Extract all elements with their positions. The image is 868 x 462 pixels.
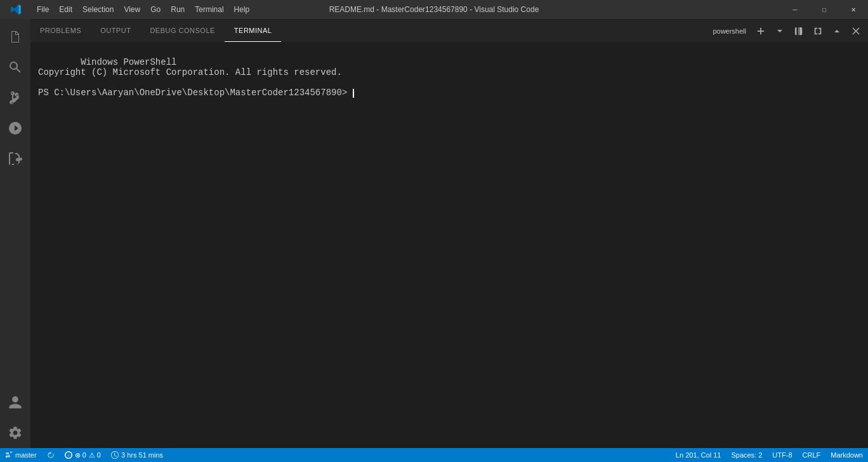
app-body: PROBLEMS OUTPUT DEBUG CONSOLE TERMINAL p…	[0, 19, 868, 448]
maximize-button[interactable]: □	[810, 0, 839, 19]
language-label: Markdown	[831, 451, 863, 459]
status-sync[interactable]	[42, 448, 60, 462]
main-content: PROBLEMS OUTPUT DEBUG CONSOLE TERMINAL p…	[30, 19, 868, 448]
status-left: master ⊗ 0 ⚠ 0 3 hrs 51 mins	[0, 448, 168, 462]
account-icon[interactable]	[0, 387, 30, 418]
terminal-label: powershell	[709, 27, 750, 35]
warning-count: ⚠ 0	[89, 451, 101, 459]
spaces-label: Spaces: 2	[731, 451, 762, 459]
extensions-icon[interactable]	[0, 143, 30, 174]
menu-run[interactable]: Run	[166, 0, 190, 19]
close-button[interactable]: ✕	[839, 0, 868, 19]
panel-header: PROBLEMS OUTPUT DEBUG CONSOLE TERMINAL p…	[30, 19, 868, 42]
menu-edit[interactable]: Edit	[54, 0, 77, 19]
line-ending-label: CRLF	[803, 451, 821, 459]
terminal-line1: Windows PowerShell	[81, 57, 176, 67]
status-time[interactable]: 3 hrs 51 mins	[106, 448, 168, 462]
status-position[interactable]: Ln 201, Col 11	[671, 448, 727, 462]
vscode-icon	[0, 4, 32, 15]
encoding-label: UTF-8	[772, 451, 792, 459]
maximize-panel-button[interactable]	[829, 23, 845, 39]
menu-help[interactable]: Help	[229, 0, 255, 19]
settings-icon[interactable]	[0, 418, 30, 448]
status-encoding[interactable]: UTF-8	[767, 448, 797, 462]
terminal-prompt: PS C:\Users\Aaryan\OneDrive\Desktop\Mast…	[38, 88, 353, 98]
tab-debug-console[interactable]: DEBUG CONSOLE	[140, 20, 224, 42]
menu-file[interactable]: File	[32, 0, 54, 19]
time-display: 3 hrs 51 mins	[121, 451, 163, 459]
status-line-ending[interactable]: CRLF	[798, 448, 826, 462]
title-bar: File Edit Selection View Go Run Terminal…	[0, 0, 868, 19]
activity-bar	[0, 19, 30, 448]
terminal-line2: Copyright (C) Microsoft Corporation. All…	[38, 67, 342, 77]
tab-output[interactable]: OUTPUT	[91, 20, 140, 42]
cursor-position: Ln 201, Col 11	[676, 451, 721, 459]
minimize-button[interactable]: ─	[780, 0, 810, 19]
new-terminal-button[interactable]	[753, 23, 769, 39]
status-errors[interactable]: ⊗ 0 ⚠ 0	[60, 448, 106, 462]
close-panel-button[interactable]	[848, 23, 864, 39]
terminal-dropdown-button[interactable]	[772, 23, 788, 39]
panel: PROBLEMS OUTPUT DEBUG CONSOLE TERMINAL p…	[30, 19, 868, 448]
kill-terminal-button[interactable]	[810, 23, 826, 39]
status-language[interactable]: Markdown	[825, 448, 868, 462]
window-controls: ─ □ ✕	[780, 0, 868, 19]
terminal-cursor	[353, 89, 354, 98]
menu-go[interactable]: Go	[145, 0, 166, 19]
terminal-body[interactable]: Windows PowerShell Copyright (C) Microso…	[30, 42, 868, 448]
status-bar: master ⊗ 0 ⚠ 0 3 hrs 51 mins Ln 201, Col…	[0, 448, 868, 462]
source-control-icon[interactable]	[0, 82, 30, 113]
split-terminal-button[interactable]	[791, 23, 807, 39]
menu-bar: File Edit Selection View Go Run Terminal…	[32, 0, 780, 19]
status-branch[interactable]: master	[0, 448, 42, 462]
menu-terminal[interactable]: Terminal	[190, 0, 228, 19]
branch-name: master	[15, 451, 37, 459]
menu-view[interactable]: View	[119, 0, 145, 19]
error-count: ⊗ 0	[75, 451, 86, 459]
search-icon[interactable]	[0, 52, 30, 82]
tab-problems[interactable]: PROBLEMS	[30, 20, 91, 42]
status-right: Ln 201, Col 11 Spaces: 2 UTF-8 CRLF Mark…	[671, 448, 868, 462]
tab-terminal[interactable]: TERMINAL	[225, 20, 282, 42]
menu-selection[interactable]: Selection	[77, 0, 119, 19]
status-spaces[interactable]: Spaces: 2	[726, 448, 767, 462]
explorer-icon[interactable]	[0, 22, 30, 52]
run-debug-icon[interactable]	[0, 113, 30, 143]
